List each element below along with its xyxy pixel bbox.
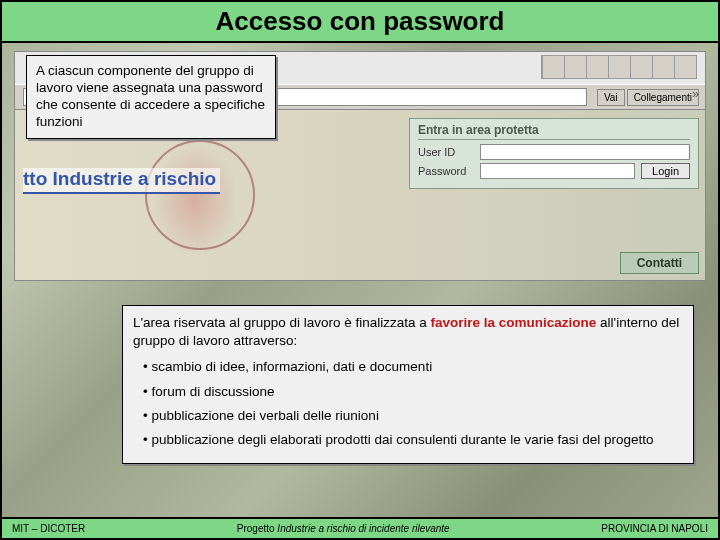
browser-toolbar [541,55,697,79]
toolbar-icon [542,56,564,78]
close-icon: » [692,87,699,101]
bullet-text: scambio di idee, informazioni, dati e do… [151,359,432,374]
bullet-text: pubblicazione degli elaborati prodotti d… [151,432,653,447]
login-button[interactable]: Login [641,163,690,179]
slide: Accesso con password Vai Collegamenti » [0,0,720,540]
footer-right: PROVINCIA DI NAPOLI [601,523,708,534]
bullet-text: forum di discussione [151,384,274,399]
content-area: Vai Collegamenti » tto Industrie a risch… [2,43,718,523]
links-button[interactable]: Collegamenti [627,89,699,106]
user-input[interactable] [480,144,690,160]
password-label: Password [418,165,480,177]
info2-lead-a: L'area riservata al gruppo di lavoro è f… [133,315,431,330]
page-title: Accesso con password [2,6,718,37]
map-risk-circle [145,140,255,250]
list-item: • pubblicazione dei verbali delle riunio… [135,407,683,425]
footer-center-label: Progetto [237,523,275,534]
footer-left: MIT – DICOTER [12,523,85,534]
info2-list: • scambio di idee, informazioni, dati e … [133,358,683,449]
info-box-top: A ciascun componente del gruppo di lavor… [26,55,276,139]
toolbar-icon [564,56,586,78]
list-item: • pubblicazione degli elaborati prodotti… [135,431,683,449]
go-button[interactable]: Vai [597,89,625,106]
login-panel: Entra in area protetta User ID Password … [409,118,699,189]
toolbar-icon [652,56,674,78]
list-item: • forum di discussione [135,383,683,401]
toolbar-icon [674,56,696,78]
footer-center: Progetto Industrie a rischio di incident… [237,523,450,534]
password-row: Password Login [418,163,690,179]
user-row: User ID [418,144,690,160]
site-title: tto Industrie a rischio [23,168,220,194]
info-box-bottom: L'area riservata al gruppo di lavoro è f… [122,305,694,464]
footer-center-italic: Industrie a rischio di incidente rilevan… [277,523,449,534]
toolbar-icon [586,56,608,78]
login-header: Entra in area protetta [418,123,690,140]
password-input[interactable] [480,163,635,179]
footer: MIT – DICOTER Progetto Industrie a risch… [2,517,718,538]
title-bar: Accesso con password [2,2,718,43]
user-label: User ID [418,146,480,158]
list-item: • scambio di idee, informazioni, dati e … [135,358,683,376]
toolbar-icon [608,56,630,78]
bullet-text: pubblicazione dei verbali delle riunioni [151,408,378,423]
toolbar-icon [630,56,652,78]
info2-lead: L'area riservata al gruppo di lavoro è f… [133,314,683,350]
contatti-tab[interactable]: Contatti [620,252,699,274]
info2-lead-b: favorire la comunicazione [431,315,597,330]
